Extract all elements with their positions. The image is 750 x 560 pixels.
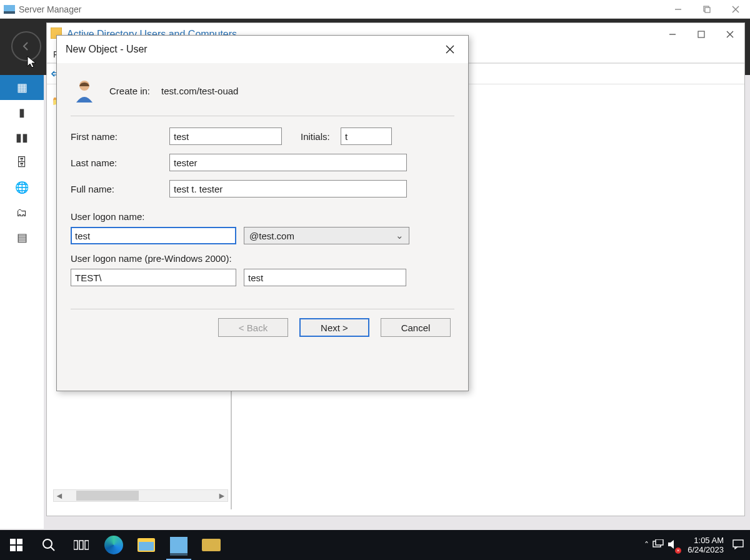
close-button[interactable] [721, 0, 750, 19]
svg-rect-15 [10, 539, 16, 544]
divider [71, 309, 454, 309]
next-button[interactable]: Next > [299, 318, 369, 337]
chevron-down-icon: ⌄ [396, 230, 404, 241]
svg-rect-24 [202, 539, 221, 551]
svg-rect-23 [85, 541, 89, 549]
last-name-label: Last name: [71, 158, 169, 168]
server-manager-sidebar: ▦ ▮ ▮▮ 🗄 🌐 🗂 ▤ [0, 75, 44, 529]
folder-icon [138, 538, 155, 552]
create-in-path: test.com/test-ouad [161, 86, 238, 96]
servers-icon: ▮▮ [16, 131, 28, 144]
aduc-close-button[interactable] [716, 23, 744, 46]
svg-rect-26 [656, 539, 663, 545]
aduc-window-controls [658, 23, 744, 46]
start-button[interactable] [0, 530, 32, 560]
logon-domain-select[interactable]: @test.com ⌄ [244, 227, 409, 244]
file-explorer-button[interactable] [130, 530, 162, 560]
server-manager-window-controls [664, 0, 750, 19]
action-center-icon[interactable] [732, 539, 744, 551]
server-icon: ▮ [19, 106, 25, 119]
dialog-close-button[interactable] [441, 40, 459, 59]
sidebar-item-local-server[interactable]: ▮ [0, 100, 44, 125]
divider [71, 116, 454, 116]
svg-point-19 [43, 539, 52, 548]
tray-overflow-icon[interactable]: ˄ [644, 540, 649, 550]
sidebar-item-dns[interactable]: 🌐 [0, 175, 44, 200]
full-name-label: Full name: [71, 184, 169, 194]
create-in-row: Create in: test.com/test-ouad [71, 77, 454, 104]
clock[interactable]: 1:05 AM 6/24/2023 [682, 536, 729, 554]
dialog-title: New Object - User [66, 44, 148, 55]
adds-icon: 🗄 [16, 156, 28, 169]
svg-rect-4 [705, 8, 710, 12]
server-manager-title: Server Manager [19, 4, 81, 14]
hscroll-right-icon[interactable]: ► [216, 491, 228, 501]
logon-name-label: User logon name: [71, 211, 454, 222]
hscroll-left-icon[interactable]: ◄ [54, 491, 65, 501]
dialog-buttons: < Back Next > Cancel [71, 318, 454, 337]
aduc-minimize-button[interactable] [658, 23, 687, 46]
first-name-label: First name: [71, 131, 169, 142]
clock-time: 1:05 AM [688, 536, 724, 545]
sidebar-item-ad-ds[interactable]: 🗄 [0, 150, 44, 175]
task-view-button[interactable] [65, 530, 98, 560]
search-button[interactable] [32, 530, 65, 560]
dialog-titlebar: New Object - User [57, 36, 468, 63]
first-name-input[interactable] [169, 128, 282, 145]
app-task-button[interactable] [195, 530, 228, 560]
svg-line-20 [51, 547, 54, 551]
initials-input[interactable] [341, 128, 392, 145]
server-manager-task-button[interactable] [162, 530, 195, 560]
create-in-label: Create in: [109, 86, 150, 96]
sidebar-item-all-servers[interactable]: ▮▮ [0, 125, 44, 150]
pre2000-domain [71, 269, 236, 286]
server-manager-icon [4, 5, 15, 14]
server-manager-titlebar: Server Manager [0, 0, 750, 19]
server-manager-task-icon [170, 537, 188, 553]
dashboard-icon: ▦ [17, 81, 28, 94]
sidebar-item-dashboard[interactable]: ▦ [0, 75, 44, 100]
initials-label: Initials: [301, 131, 341, 142]
pre2000-user-input[interactable] [244, 269, 406, 286]
sidebar-item-storage[interactable]: ▤ [0, 225, 44, 250]
volume-icon[interactable]: × [668, 539, 679, 551]
hscroll-thumb[interactable] [76, 491, 139, 501]
new-user-dialog: New Object - User Create in: test.com/te… [56, 35, 469, 391]
edge-button[interactable] [98, 530, 130, 560]
user-head-icon [71, 77, 98, 104]
logon-name-input[interactable] [71, 227, 236, 244]
taskbar: ˄ × 1:05 AM 6/24/2023 [0, 530, 750, 560]
app-icon [202, 539, 221, 551]
svg-rect-22 [79, 541, 83, 549]
pre2000-label: User logon name (pre-Windows 2000): [71, 253, 454, 264]
search-icon [42, 538, 56, 552]
svg-rect-9 [698, 31, 704, 38]
aduc-maximize-button[interactable] [687, 23, 716, 46]
svg-rect-16 [17, 539, 22, 544]
network-icon[interactable] [652, 539, 664, 551]
svg-rect-17 [10, 546, 16, 551]
task-view-icon [74, 539, 89, 551]
logon-domain-value: @test.com [249, 231, 294, 241]
svg-rect-0 [4, 5, 15, 11]
svg-rect-1 [4, 11, 15, 14]
back-button: < Back [218, 318, 288, 337]
sidebar-item-file-services[interactable]: 🗂 [0, 200, 44, 225]
svg-rect-28 [733, 540, 743, 547]
svg-rect-21 [74, 541, 78, 549]
minimize-button[interactable] [664, 0, 692, 19]
maximize-button[interactable] [692, 0, 721, 19]
last-name-input[interactable] [169, 154, 407, 171]
full-name-input[interactable] [169, 180, 407, 198]
tray: ˄ × 1:05 AM 6/24/2023 [644, 536, 750, 554]
svg-rect-18 [17, 546, 22, 551]
clock-date: 6/24/2023 [688, 545, 724, 554]
edge-icon [104, 536, 123, 554]
svg-marker-27 [668, 540, 674, 549]
windows-icon [10, 539, 22, 551]
files-icon: 🗂 [16, 206, 28, 219]
dns-icon: 🌐 [15, 181, 29, 194]
cursor-icon [26, 55, 39, 69]
cancel-button[interactable]: Cancel [381, 318, 451, 337]
storage-icon: ▤ [17, 231, 28, 244]
